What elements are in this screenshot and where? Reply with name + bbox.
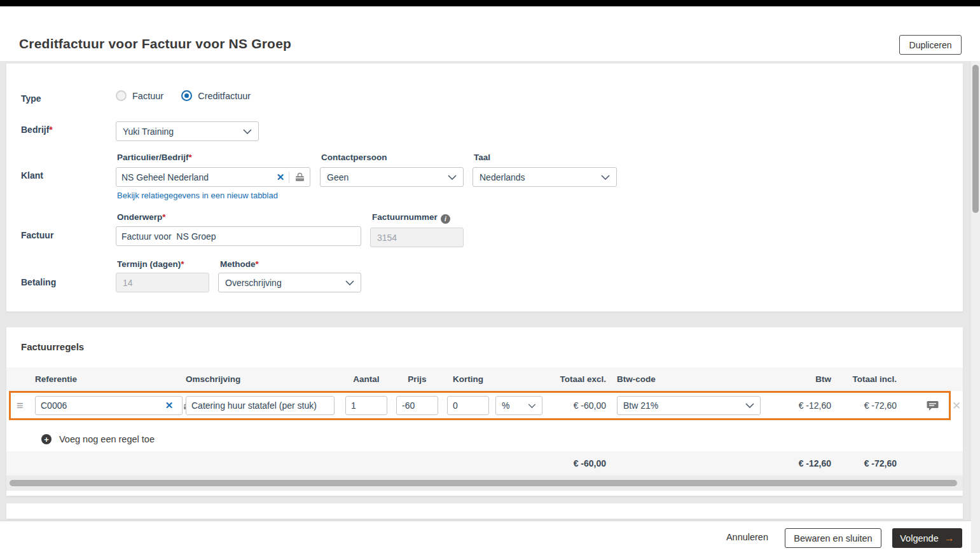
required-mark: * [189,153,192,162]
klant-label: Klant [21,170,43,181]
omschrijving-input[interactable] [186,397,334,414]
lines-header-row: Referentie Omschrijving Aantal Prijs Kor… [6,367,963,391]
chevron-down-icon [243,129,252,134]
col-korting: Korting [447,367,489,391]
type-label: Type [21,93,41,104]
row-remove-icon[interactable]: ✕ [952,391,961,420]
add-line-label: Voeg nog een regel toe [59,434,155,444]
onderwerp-label: Onderwerp* [117,212,166,222]
col-btw-code: Btw-code [617,367,761,391]
omschrijving-field [186,396,335,415]
required-mark: * [256,259,259,269]
methode-select[interactable]: Overschrijving [218,273,361,292]
credit-invoice-page: Creditfactuur voor Factuur voor NS Groep… [0,0,980,553]
taal-select[interactable]: Nederlands [473,167,617,187]
radio-creditfactuur[interactable]: Creditfactuur [181,90,251,101]
page-title: Creditfactuur voor Factuur voor NS Groep [19,36,291,51]
termijn-label: Termijn (dagen)* [117,259,184,269]
vertical-scrollbar-thumb[interactable] [972,65,979,213]
volgende-label: Volgende [900,533,938,543]
radio-factuur-label: Factuur [132,91,163,101]
radio-on-icon [181,90,192,101]
factuurregels-heading: Factuurregels [21,341,84,352]
contactpersoon-label: Contactpersoon [321,153,387,162]
particulier-bedrijf-label: Particulier/Bedrijf* [117,153,192,162]
col-aantal: Aantal [345,367,387,391]
totaal-incl-value: € -72,60 [843,391,897,420]
col-totaal-incl: Totaal incl. [843,367,897,391]
aantal-field [345,396,387,415]
drag-handle-icon[interactable]: ≡ [17,391,23,420]
contactpersoon-select[interactable]: Geen [320,167,464,187]
betaling-label: Betaling [21,277,56,287]
relatiegegevens-link[interactable]: Bekijk relatiegegevens in een nieuw tabb… [117,191,278,200]
horizontal-scrollbar-thumb[interactable] [10,480,957,486]
totals-row: € -60,00 € -12,60 € -72,60 [6,451,963,475]
required-mark: * [162,212,165,222]
footer-action-bar: Annuleren Bewaren en sluiten Volgende → [0,521,980,553]
col-omschrijving: Omschrijving [186,367,335,391]
comment-icon[interactable] [927,391,939,420]
korting-field [447,396,489,415]
col-referentie: Referentie [35,367,183,391]
particulier-bedrijf-input[interactable] [116,168,272,186]
radio-creditfactuur-label: Creditfactuur [198,91,251,101]
totals-totaal-incl: € -72,60 [843,451,897,475]
factuur-label: Factuur [21,230,53,240]
referentie-input[interactable] [36,397,161,414]
factuurnummer-input: 3154 [370,228,464,247]
totals-totaal-excl: € -60,00 [521,451,606,475]
required-mark: * [181,259,184,269]
annuleren-button[interactable]: Annuleren [726,521,768,553]
add-line-button[interactable]: + Voeg nog een regel toe [41,429,155,449]
radio-off-icon [116,90,127,101]
top-black-bar [0,0,980,6]
radio-factuur[interactable]: Factuur [116,90,163,101]
btw-value: € -12,60 [779,391,831,420]
totaal-excl-value: € -60,00 [521,391,606,420]
vertical-scrollbar-track [971,61,980,553]
page-header: Creditfactuur voor Factuur voor NS Groep… [0,6,980,61]
required-mark: * [49,125,52,135]
plus-circle-icon: + [41,434,52,444]
onderwerp-input[interactable] [116,227,361,245]
col-totaal-excl: Totaal excl. [521,367,606,391]
taal-label: Taal [474,153,490,162]
col-prijs: Prijs [396,367,438,391]
arrow-right-icon: → [944,533,955,544]
invoice-lines-card: Factuurregels Referentie Omschrijving Aa… [6,327,963,496]
clear-icon[interactable]: ✕ [161,400,177,411]
termijn-input: 14 [116,273,209,292]
type-radio-group: Factuur Creditfactuur [116,90,251,101]
factuurnummer-label: Factuurnummeri [372,212,450,224]
particulier-bedrijf-field: ✕ [116,167,310,187]
volgende-button[interactable]: Volgende → [892,528,962,548]
info-icon[interactable]: i [441,214,450,224]
totals-btw: € -12,60 [779,451,831,475]
onderwerp-field [116,226,361,246]
invoice-line-row: ≡ ✕ [6,391,963,420]
dupliceren-button[interactable]: Dupliceren [899,35,962,55]
bedrijf-select[interactable]: Yuki Training [116,121,259,141]
next-section-card [6,503,963,519]
methode-label: Methode* [220,259,259,269]
horizontal-scrollbar-track [6,475,963,491]
referentie-field: ✕ [35,396,183,415]
col-btw: Btw [779,367,831,391]
prijs-field [396,396,438,415]
relation-briefcase-icon[interactable] [289,172,310,182]
invoice-form-card: Type Factuur Creditfactuur Bedrijf* Yuki… [6,64,963,311]
chevron-down-icon [601,175,610,180]
prijs-input[interactable] [397,397,438,414]
chevron-down-icon [345,280,354,285]
chevron-down-icon [745,403,754,408]
btw-code-select[interactable]: Btw 21% [617,396,761,415]
bewaren-en-sluiten-button[interactable]: Bewaren en sluiten [785,528,881,548]
korting-input[interactable] [448,397,488,414]
clear-icon[interactable]: ✕ [272,172,289,183]
bedrijf-label: Bedrijf* [21,125,53,135]
chevron-down-icon [448,175,457,180]
aantal-input[interactable] [346,397,387,414]
